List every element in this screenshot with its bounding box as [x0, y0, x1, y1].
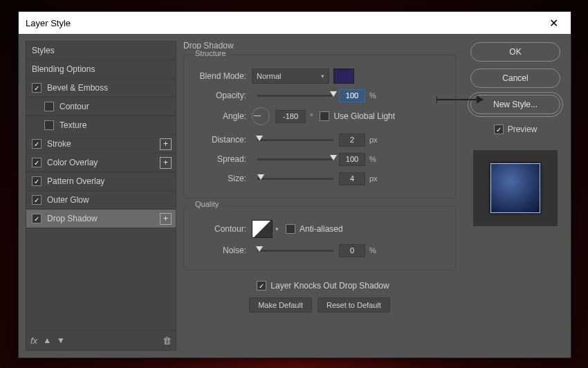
close-icon[interactable]: ✕ [544, 15, 564, 31]
global-light-checkbox[interactable] [320, 111, 329, 121]
anti-aliased-label: Anti-aliased [300, 224, 343, 234]
sidebar-item-pattern-overlay[interactable]: Pattern Overlay [26, 172, 176, 191]
titlebar: Layer Style ✕ [19, 12, 571, 34]
dialog-title: Layer Style [26, 18, 71, 28]
checkbox-outer-glow[interactable] [32, 195, 42, 205]
angle-dial[interactable] [252, 107, 270, 125]
size-unit: px [369, 174, 378, 183]
arrow-up-icon[interactable]: ▲ [43, 335, 51, 345]
checkbox-pattern-overlay[interactable] [32, 176, 42, 186]
checkbox-contour[interactable] [44, 102, 54, 111]
center-panel: Drop Shadow Structure Blend Mode: Normal… [183, 41, 460, 351]
distance-slider[interactable] [257, 139, 333, 141]
sidebar-item-label: Texture [59, 120, 86, 130]
styles-footer: fx ▲ ▼ 🗑 [26, 330, 176, 350]
sidebar-item-outer-glow[interactable]: Outer Glow [26, 191, 176, 210]
quality-title: Quality [191, 200, 223, 208]
chevron-down-icon[interactable]: ▾ [275, 226, 279, 232]
quality-group: Quality Contour: ▾ Anti-aliased Noise: 0… [183, 205, 456, 270]
checkbox-texture[interactable] [44, 120, 54, 130]
sidebar-item-drop-shadow[interactable]: Drop Shadow + [26, 210, 176, 228]
spread-slider[interactable] [257, 158, 333, 160]
preview-box [473, 150, 558, 226]
sidebar-item-label: Outer Glow [47, 195, 89, 205]
checkbox-drop-shadow[interactable] [32, 214, 42, 223]
checkbox-color-overlay[interactable] [32, 158, 42, 167]
knockout-checkbox[interactable] [257, 281, 266, 291]
global-light-label: Use Global Light [333, 111, 395, 121]
ok-button[interactable]: OK [470, 42, 560, 62]
styles-header-label: Styles [32, 46, 55, 55]
noise-label: Noise: [192, 246, 252, 255]
blend-mode-select[interactable]: Normal ▾ [252, 68, 329, 84]
blend-mode-label: Blend Mode: [192, 71, 252, 81]
spread-input[interactable]: 100 [339, 153, 365, 166]
preview-checkbox[interactable] [494, 125, 504, 134]
sidebar-item-stroke[interactable]: Stroke + [26, 135, 176, 154]
size-slider[interactable] [257, 178, 333, 180]
structure-title: Structure [191, 49, 230, 57]
preview-label: Preview [508, 125, 538, 134]
checkbox-stroke[interactable] [32, 139, 42, 149]
noise-unit: % [369, 246, 376, 255]
blending-label: Blending Options [32, 64, 95, 74]
make-default-button[interactable]: Make Default [249, 297, 312, 313]
sidebar-item-bevel-emboss[interactable]: Bevel & Emboss [26, 79, 176, 98]
checkbox-bevel[interactable] [32, 83, 42, 93]
new-style-button[interactable]: New Style... [470, 95, 560, 114]
blending-options[interactable]: Blending Options [26, 60, 176, 79]
contour-picker[interactable] [252, 220, 273, 238]
sidebar-item-label: Pattern Overlay [47, 176, 104, 186]
chevron-down-icon: ▾ [321, 73, 324, 80]
sidebar-item-label: Bevel & Emboss [47, 83, 108, 93]
knockout-label: Layer Knocks Out Drop Shadow [270, 281, 389, 291]
add-stroke-icon[interactable]: + [160, 138, 172, 150]
size-label: Size: [192, 174, 252, 183]
styles-header[interactable]: Styles [26, 42, 176, 60]
sidebar-item-contour[interactable]: Contour [26, 98, 176, 116]
spread-label: Spread: [192, 154, 252, 164]
sidebar-item-label: Stroke [47, 139, 71, 149]
sidebar-item-label: Color Overlay [47, 158, 98, 167]
add-drop-shadow-icon[interactable]: + [160, 213, 172, 225]
blend-mode-value: Normal [257, 72, 281, 80]
annotation-arrow-icon [437, 99, 483, 100]
cancel-button[interactable]: Cancel [470, 68, 560, 88]
sidebar-item-label: Drop Shadow [47, 214, 98, 223]
opacity-input[interactable]: 100 [339, 89, 365, 102]
layer-style-dialog: Layer Style ✕ Styles Blending Options Be… [18, 11, 571, 358]
arrow-down-icon[interactable]: ▼ [57, 335, 65, 345]
distance-label: Distance: [192, 135, 252, 145]
styles-panel: Styles Blending Options Bevel & Emboss C… [26, 41, 176, 351]
contour-label: Contour: [192, 224, 252, 234]
fx-menu-icon[interactable]: fx [30, 335, 37, 346]
right-panel: OK Cancel New Style... Preview [467, 41, 564, 351]
preview-thumbnail [490, 163, 540, 213]
structure-group: Structure Blend Mode: Normal ▾ Opacity: … [183, 55, 456, 199]
angle-input[interactable]: -180 [275, 110, 306, 123]
sidebar-item-texture[interactable]: Texture [26, 116, 176, 135]
noise-slider[interactable] [257, 250, 333, 252]
shadow-color-swatch[interactable] [333, 68, 354, 84]
add-color-overlay-icon[interactable]: + [160, 157, 172, 169]
distance-unit: px [369, 136, 378, 144]
spread-unit: % [369, 155, 376, 163]
reset-default-button[interactable]: Reset to Default [318, 297, 390, 313]
distance-input[interactable]: 2 [339, 134, 365, 147]
trash-icon[interactable]: 🗑 [163, 335, 172, 346]
angle-unit: ° [310, 112, 313, 120]
sidebar-item-color-overlay[interactable]: Color Overlay + [26, 154, 176, 172]
sidebar-item-label: Contour [59, 102, 89, 111]
angle-label: Angle: [192, 111, 252, 121]
anti-aliased-checkbox[interactable] [286, 224, 295, 234]
size-input[interactable]: 4 [339, 172, 365, 185]
opacity-label: Opacity: [192, 91, 252, 100]
opacity-slider[interactable] [257, 95, 333, 97]
opacity-unit: % [369, 91, 376, 100]
noise-input[interactable]: 0 [339, 244, 365, 257]
